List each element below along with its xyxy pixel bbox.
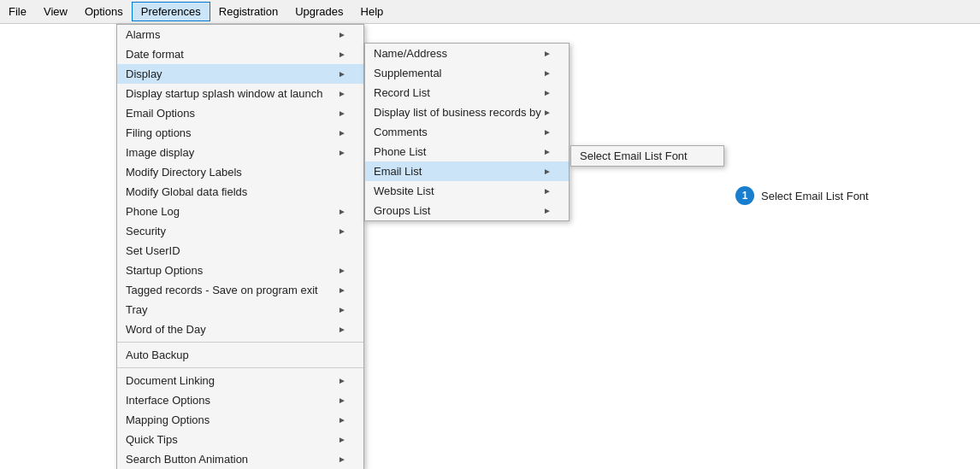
arrow-icon: ► (543, 88, 552, 97)
menubar-view[interactable]: View (35, 3, 76, 21)
email-list-submenu: Select Email List Font (570, 145, 724, 167)
menu-email-options[interactable]: Email Options ► (117, 103, 363, 123)
menu-alarms[interactable]: Alarms ► (117, 25, 363, 44)
arrow-icon: ► (338, 89, 346, 98)
submenu-comments[interactable]: Comments ► (365, 122, 569, 142)
menubar: File View Options Preferences Registrati… (0, 0, 980, 24)
arrow-icon: ► (338, 128, 346, 138)
arrow-icon: ► (543, 108, 552, 117)
arrow-icon: ► (543, 147, 552, 156)
arrow-icon: ► (338, 325, 346, 334)
submenu-phone-list[interactable]: Phone List ► (365, 142, 569, 161)
arrow-icon: ► (338, 50, 346, 59)
menu-modify-directory-labels[interactable]: Modify Directory Labels (117, 162, 363, 182)
menu-display[interactable]: Display ► (117, 64, 363, 84)
submenu-website-list[interactable]: Website List ► (365, 181, 569, 201)
submenu-record-list[interactable]: Record List ► (365, 83, 569, 103)
arrow-icon: ► (338, 148, 346, 157)
arrow-icon: ► (338, 376, 346, 385)
submenu-supplemental[interactable]: Supplemental ► (365, 63, 569, 83)
separator-1 (117, 342, 363, 343)
menu-document-linking[interactable]: Document Linking ► (117, 371, 363, 390)
arrow-icon: ► (338, 207, 346, 216)
submenu-groups-list[interactable]: Groups List ► (365, 201, 569, 220)
menu-auto-backup[interactable]: Auto Backup (117, 345, 363, 365)
menu-phone-log[interactable]: Phone Log ► (117, 202, 363, 221)
menu-search-button-animation[interactable]: Search Button Animation ► (117, 449, 363, 469)
menu-set-userid[interactable]: Set UserID (117, 241, 363, 261)
menu-image-display[interactable]: Image display ► (117, 143, 363, 162)
menubar-file[interactable]: File (0, 3, 35, 21)
menubar-preferences[interactable]: Preferences (132, 2, 210, 21)
menu-tagged-records[interactable]: Tagged records - Save on program exit ► (117, 280, 363, 300)
menu-quick-tips[interactable]: Quick Tips ► (117, 430, 363, 449)
tooltip-badge: 1 (735, 186, 754, 205)
display-submenu: Name/Address ► Supplemental ► Record Lis… (364, 43, 570, 221)
arrow-icon: ► (338, 69, 346, 79)
tooltip-text: Select Email List Font (761, 190, 869, 202)
menu-date-format[interactable]: Date format ► (117, 44, 363, 64)
menu-mapping-options[interactable]: Mapping Options ► (117, 410, 363, 430)
menu-interface-options[interactable]: Interface Options ► (117, 390, 363, 410)
arrow-icon: ► (338, 226, 346, 236)
menubar-upgrades[interactable]: Upgrades (286, 3, 351, 21)
preferences-menu: Alarms ► Date format ► Display ► Display… (116, 24, 364, 469)
submenu-name-address[interactable]: Name/Address ► (365, 44, 569, 63)
arrow-icon: ► (543, 68, 552, 78)
arrow-icon: ► (338, 305, 346, 314)
menubar-options[interactable]: Options (76, 3, 132, 21)
submenu-email-list[interactable]: Email List ► (365, 161, 569, 181)
arrow-icon: ► (338, 415, 346, 425)
menu-display-startup[interactable]: Display startup splash window at launch … (117, 84, 363, 103)
menubar-registration[interactable]: Registration (210, 3, 286, 21)
menu-tray[interactable]: Tray ► (117, 300, 363, 320)
arrow-icon: ► (338, 454, 346, 464)
arrow-icon: ► (338, 30, 346, 39)
submenu-display-list-business[interactable]: Display list of business records by ► (365, 103, 569, 122)
arrow-icon: ► (338, 108, 346, 118)
tooltip-annotation: 1 Select Email List Font (735, 186, 869, 205)
menu-filing-options[interactable]: Filing options ► (117, 123, 363, 143)
menu-startup-options[interactable]: Startup Options ► (117, 261, 363, 280)
arrow-icon: ► (543, 127, 552, 137)
arrow-icon: ► (338, 435, 346, 444)
menu-security[interactable]: Security ► (117, 221, 363, 241)
menubar-help[interactable]: Help (352, 3, 393, 21)
arrow-icon: ► (338, 285, 346, 295)
arrow-icon: ► (543, 186, 552, 196)
arrow-icon: ► (543, 49, 552, 58)
menu-modify-global-data-fields[interactable]: Modify Global data fields (117, 182, 363, 202)
arrow-icon: ► (543, 167, 552, 176)
separator-2 (117, 367, 363, 368)
arrow-icon: ► (338, 396, 346, 405)
submenu-select-email-list-font[interactable]: Select Email List Font (571, 146, 723, 166)
arrow-icon: ► (543, 206, 552, 215)
arrow-icon: ► (338, 266, 346, 275)
menu-word-of-day[interactable]: Word of the Day ► (117, 320, 363, 339)
